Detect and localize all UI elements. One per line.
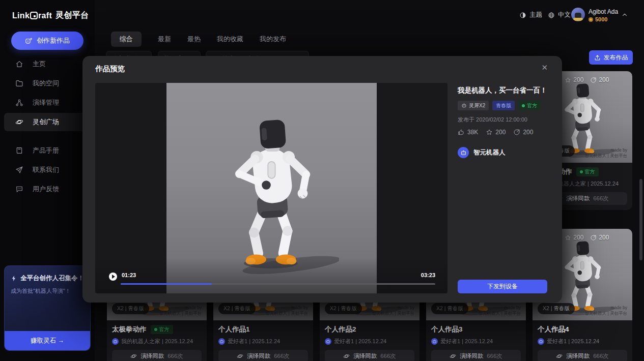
work-preview-modal: 作品预览 ✕ 01:23 03:23 我是机器人，买一台省一百！ 灵犀X2 青春… xyxy=(82,56,562,303)
model-badge: X2 | 青春版 xyxy=(218,303,256,314)
globe-icon xyxy=(548,12,555,19)
watermark: made by智元机器人 | 灵创平台 xyxy=(479,305,521,316)
work-title: 个人作品2 xyxy=(325,325,356,334)
scrollbar-thumb[interactable] xyxy=(639,179,642,260)
watermark: made by智元机器人 | 灵创平台 xyxy=(266,305,308,316)
tab-hottest[interactable]: 最热 xyxy=(187,32,201,47)
author-avatar xyxy=(538,338,544,345)
feedback-chat-icon xyxy=(15,185,23,193)
tab-my-publications[interactable]: 我的发布 xyxy=(260,32,286,47)
edition-tag: 青春版 xyxy=(492,101,515,110)
official-badge: 官方 xyxy=(576,167,599,176)
perform-same-button[interactable]: 演绎同款 666次 xyxy=(218,350,308,361)
stars-stat[interactable]: 200 xyxy=(486,129,506,136)
author-avatar xyxy=(218,338,225,345)
close-icon[interactable]: ✕ xyxy=(541,63,548,72)
robot-face-icon xyxy=(219,339,224,344)
tab-comprehensive[interactable]: 综合 xyxy=(111,32,142,47)
official-tag: 官方 xyxy=(518,101,541,110)
perform-count: 666次 xyxy=(167,352,183,360)
model-badge: X2 | 青春版 xyxy=(112,303,149,314)
sidebar-item-user-feedback[interactable]: 用户反馈 xyxy=(4,180,91,198)
share-icon xyxy=(590,234,597,241)
theme-toggle[interactable]: 主题 xyxy=(519,11,542,19)
work-title: 太极拳动作 xyxy=(112,325,147,334)
linkcraft-c-icon xyxy=(30,12,38,19)
sidebar-item-lingchuang-square[interactable]: 灵创广场 xyxy=(4,113,91,131)
play-button[interactable] xyxy=(109,273,117,281)
perform-count: 666次 xyxy=(380,352,396,360)
publish-date: 发布于 2020/02/02 12:00:00 xyxy=(458,116,549,124)
watermark: made by智元机器人 | 灵创平台 xyxy=(372,305,414,316)
perform-count: 666次 xyxy=(487,352,502,360)
promo-title: 全平台创作人召集令！ xyxy=(20,274,84,283)
sidebar-item-my-space[interactable]: 我的空间 xyxy=(4,74,91,93)
replay-swoosh-icon xyxy=(237,353,243,359)
chevron-up-icon[interactable] xyxy=(621,11,628,18)
robot-face-icon xyxy=(432,339,437,344)
robot-face-icon xyxy=(539,339,543,344)
sidebar-item-product-manual[interactable]: 产品手册 xyxy=(4,141,91,160)
star-icon xyxy=(486,129,493,136)
sidebar-item-contact-us[interactable]: 联系我们 xyxy=(4,161,91,179)
app-root: Linkraft 灵创平台 创作新作品 主页 我的空间 演绎管理 灵创广场 xyxy=(0,0,644,361)
shares-stat[interactable]: 200 xyxy=(513,129,533,136)
perform-same-button[interactable]: 演绎同款 666次 xyxy=(431,350,521,361)
replay-swoosh-icon xyxy=(556,353,563,359)
likes-stat[interactable]: 38K xyxy=(458,129,478,136)
share-icon xyxy=(513,129,520,136)
brand-part2: raft xyxy=(38,11,52,20)
tab-latest[interactable]: 最新 xyxy=(158,32,171,47)
nodes-icon xyxy=(15,99,23,107)
progress-bar[interactable] xyxy=(121,283,435,285)
work-detail-panel: 我是机器人，买一台省一百！ 灵犀X2 青春版 官方 发布于 2020/02/02… xyxy=(458,83,549,293)
model-badge: X2 | 青春版 xyxy=(538,303,575,314)
brand-logo: Linkraft 灵创平台 xyxy=(12,10,89,21)
tab-my-favorites[interactable]: 我的收藏 xyxy=(217,32,243,47)
star-count: 200 xyxy=(573,234,583,241)
language-switcher[interactable]: 中文 xyxy=(548,11,571,19)
perform-same-button[interactable]: 演绎同款 666次 xyxy=(325,350,414,361)
user-avatar[interactable] xyxy=(571,8,585,21)
model-tag: 灵犀X2 xyxy=(458,101,489,110)
create-new-work-button[interactable]: 创作新作品 xyxy=(11,32,83,50)
model-badge: X2 | 青春版 xyxy=(431,303,468,314)
star-icon xyxy=(565,77,571,83)
earn-lingshi-button[interactable]: 赚取灵石 → xyxy=(5,331,90,350)
robot-face-icon xyxy=(460,149,467,156)
creator-promo-card: 全平台创作人召集令！ 成为首批"机器人导演"！ 赚取灵石 → xyxy=(4,265,91,351)
perform-count: 666次 xyxy=(593,195,609,202)
watermark: made by智元机器人 | 灵创平台 xyxy=(159,305,202,316)
work-author: 我的机器人之家 | 2025.12.24 xyxy=(112,338,202,345)
lightning-icon xyxy=(11,275,17,282)
work-author: 爱好者1 | 2025.12.24 xyxy=(218,338,308,345)
robot-face-icon xyxy=(113,339,118,344)
coin-icon xyxy=(589,17,593,22)
author-row[interactable]: 智元机器人 xyxy=(458,147,549,158)
modal-title: 作品预览 xyxy=(95,64,125,74)
perform-same-button[interactable]: 演绎同款 666次 xyxy=(112,350,202,361)
author-name: 智元机器人 xyxy=(473,148,506,157)
thumbs-up-icon xyxy=(458,129,465,136)
user-menu[interactable]: Agibot Ada 5000 xyxy=(589,8,618,22)
username: Agibot Ada xyxy=(589,8,618,15)
book-icon xyxy=(15,146,23,155)
replay-swoosh-icon xyxy=(450,353,456,359)
work-title: 个人作品1 xyxy=(218,325,250,334)
work-author: 爱好者1 | 2025.12.24 xyxy=(325,338,414,345)
home-icon xyxy=(15,60,23,68)
brand-part1: Link xyxy=(12,11,30,20)
watermark: made by智元机器人 | 灵创平台 xyxy=(585,305,627,316)
brand-cn: 灵创平台 xyxy=(55,10,89,21)
sort-tabs: 综合 最新 最热 我的收藏 我的发布 xyxy=(111,32,286,47)
sidebar-item-performance-management[interactable]: 演绎管理 xyxy=(4,94,91,112)
publish-work-button[interactable]: 发布作品 xyxy=(589,50,633,65)
video-player[interactable]: 01:23 03:23 xyxy=(95,83,447,293)
avatar-robot-glyph xyxy=(575,13,581,18)
sidebar-item-home[interactable]: 主页 xyxy=(4,55,91,73)
work-author: 爱好者1 | 2025.12.24 xyxy=(538,338,627,345)
robot-video-image xyxy=(205,101,339,280)
perform-same-button[interactable]: 演绎同款 666次 xyxy=(538,350,627,361)
deploy-to-device-button[interactable]: 下发到设备 xyxy=(458,280,547,293)
share-count: 200 xyxy=(599,234,609,241)
